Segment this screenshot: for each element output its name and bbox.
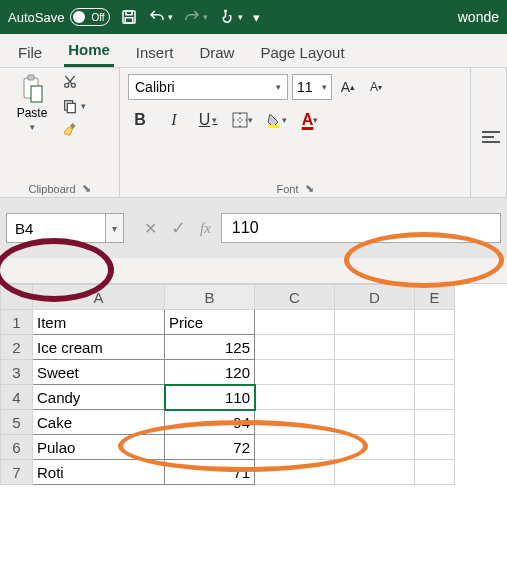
cell[interactable]: Sweet bbox=[33, 360, 165, 385]
save-icon[interactable] bbox=[120, 8, 138, 26]
row-header[interactable]: 2 bbox=[1, 335, 33, 360]
cell[interactable] bbox=[415, 435, 455, 460]
cell-selected[interactable]: 110 bbox=[165, 385, 255, 410]
cell[interactable] bbox=[255, 310, 335, 335]
italic-button[interactable]: I bbox=[162, 108, 186, 132]
decrease-font-button[interactable]: A▾ bbox=[364, 75, 388, 99]
row-header[interactable]: 6 bbox=[1, 435, 33, 460]
toggle-switch[interactable]: Off bbox=[70, 8, 110, 26]
cell[interactable]: Ice cream bbox=[33, 335, 165, 360]
paste-button[interactable]: Paste ▾ bbox=[8, 74, 56, 178]
cell[interactable] bbox=[335, 360, 415, 385]
fx-icon[interactable]: fx bbox=[200, 220, 211, 237]
cell[interactable] bbox=[415, 335, 455, 360]
cell[interactable] bbox=[255, 435, 335, 460]
tab-home[interactable]: Home bbox=[64, 35, 114, 67]
cell[interactable] bbox=[415, 385, 455, 410]
row-header[interactable]: 1 bbox=[1, 310, 33, 335]
cell[interactable] bbox=[415, 460, 455, 485]
align-button[interactable] bbox=[479, 125, 503, 149]
formula-bar-row: B4 ▾ ✕ ✓ fx 110 bbox=[0, 198, 507, 258]
spacer bbox=[0, 258, 507, 284]
format-painter-button[interactable] bbox=[62, 122, 78, 138]
select-all-corner[interactable] bbox=[1, 285, 33, 310]
svg-rect-1 bbox=[126, 11, 132, 15]
cell[interactable] bbox=[255, 410, 335, 435]
dialog-launcher-icon[interactable]: ⬊ bbox=[305, 182, 314, 195]
row-header[interactable]: 3 bbox=[1, 360, 33, 385]
spreadsheet-grid[interactable]: A B C D E 1 Item Price 2 Ice cream 125 3… bbox=[0, 284, 507, 485]
cell[interactable] bbox=[255, 335, 335, 360]
increase-font-button[interactable]: A▴ bbox=[336, 75, 360, 99]
cancel-icon[interactable]: ✕ bbox=[144, 219, 157, 238]
undo-icon[interactable]: ▾ bbox=[148, 8, 173, 26]
autosave-toggle[interactable]: AutoSave Off bbox=[8, 8, 110, 26]
name-box-dropdown[interactable]: ▾ bbox=[106, 213, 124, 243]
border-button[interactable]: ▾ bbox=[230, 108, 254, 132]
cell[interactable] bbox=[255, 385, 335, 410]
row-header[interactable]: 5 bbox=[1, 410, 33, 435]
cell[interactable]: Roti bbox=[33, 460, 165, 485]
font-name-select[interactable]: Calibri▾ bbox=[128, 74, 288, 100]
toggle-state: Off bbox=[91, 12, 104, 23]
col-header-D[interactable]: D bbox=[335, 285, 415, 310]
underline-button[interactable]: U▾ bbox=[196, 108, 220, 132]
cell[interactable]: Item bbox=[33, 310, 165, 335]
row-header[interactable]: 7 bbox=[1, 460, 33, 485]
chevron-down-icon: ▾ bbox=[30, 122, 35, 132]
alignment-group bbox=[471, 68, 507, 197]
cell[interactable] bbox=[335, 410, 415, 435]
cell[interactable] bbox=[335, 335, 415, 360]
cell[interactable]: Cake bbox=[33, 410, 165, 435]
cut-button[interactable] bbox=[62, 74, 78, 90]
cell[interactable]: 120 bbox=[165, 360, 255, 385]
font-color-button[interactable]: A▾ bbox=[298, 108, 322, 132]
touch-mode-icon[interactable]: ▾ bbox=[218, 8, 243, 26]
tab-file[interactable]: File bbox=[14, 38, 46, 67]
toggle-knob bbox=[73, 11, 85, 23]
col-header-B[interactable]: B bbox=[165, 285, 255, 310]
bold-button[interactable]: B bbox=[128, 108, 152, 132]
col-header-E[interactable]: E bbox=[415, 285, 455, 310]
cell[interactable] bbox=[415, 410, 455, 435]
tab-insert[interactable]: Insert bbox=[132, 38, 178, 67]
cell[interactable]: 71 bbox=[165, 460, 255, 485]
svg-point-3 bbox=[225, 10, 227, 12]
svg-rect-5 bbox=[28, 75, 34, 80]
copy-button[interactable]: ▾ bbox=[62, 98, 86, 114]
cell[interactable] bbox=[255, 360, 335, 385]
cell[interactable] bbox=[335, 385, 415, 410]
cell[interactable]: 125 bbox=[165, 335, 255, 360]
qat-customize-icon[interactable]: ▾ bbox=[253, 10, 260, 25]
cell[interactable] bbox=[335, 435, 415, 460]
redo-icon[interactable]: ▾ bbox=[183, 8, 208, 26]
cell[interactable]: 72 bbox=[165, 435, 255, 460]
fill-color-button[interactable]: ▾ bbox=[264, 108, 288, 132]
name-box[interactable]: B4 bbox=[6, 213, 106, 243]
svg-rect-2 bbox=[126, 18, 134, 23]
cell[interactable] bbox=[415, 360, 455, 385]
clipboard-group: Paste ▾ ▾ Clipboard⬊ bbox=[0, 68, 120, 197]
cell[interactable] bbox=[415, 310, 455, 335]
svg-rect-6 bbox=[31, 86, 42, 102]
col-header-C[interactable]: C bbox=[255, 285, 335, 310]
svg-rect-11 bbox=[233, 113, 247, 127]
cell[interactable] bbox=[335, 460, 415, 485]
cell[interactable] bbox=[335, 310, 415, 335]
cell[interactable]: Candy bbox=[33, 385, 165, 410]
formula-bar[interactable]: 110 bbox=[221, 213, 501, 243]
ribbon-tabs: File Home Insert Draw Page Layout bbox=[0, 34, 507, 68]
tab-draw[interactable]: Draw bbox=[195, 38, 238, 67]
cell[interactable] bbox=[255, 460, 335, 485]
paste-label: Paste bbox=[17, 106, 48, 120]
row-header[interactable]: 4 bbox=[1, 385, 33, 410]
cell[interactable]: Price bbox=[165, 310, 255, 335]
cell[interactable]: Pulao bbox=[33, 435, 165, 460]
dialog-launcher-icon[interactable]: ⬊ bbox=[82, 182, 91, 195]
font-size-select[interactable]: 11▾ bbox=[292, 74, 332, 100]
tab-pagelayout[interactable]: Page Layout bbox=[256, 38, 348, 67]
col-header-A[interactable]: A bbox=[33, 285, 165, 310]
enter-icon[interactable]: ✓ bbox=[171, 217, 186, 239]
font-group: Calibri▾ 11▾ A▴ A▾ B I U▾ ▾ ▾ A▾ Font⬊ bbox=[120, 68, 471, 197]
cell[interactable]: 94 bbox=[165, 410, 255, 435]
